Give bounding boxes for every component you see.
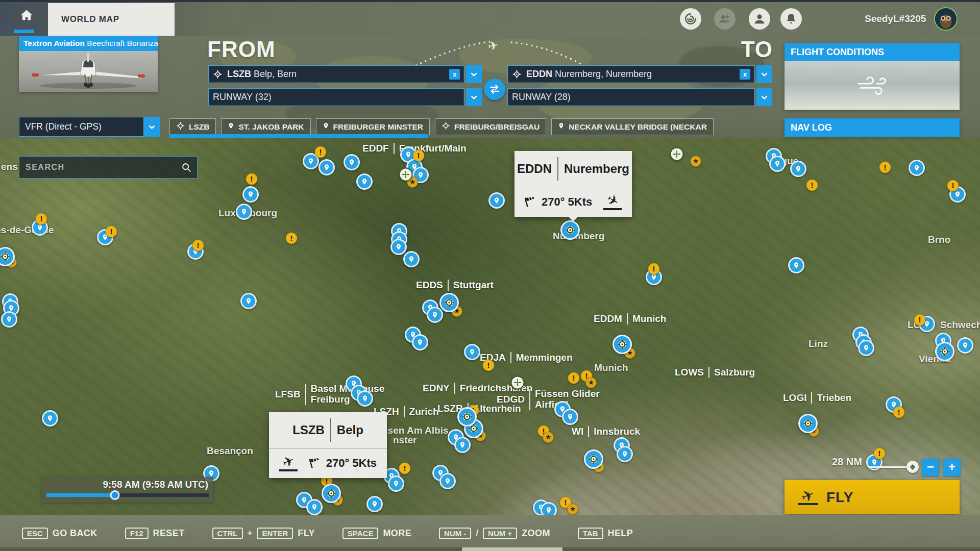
fly-button[interactable]: ✈ FLY [785,480,960,514]
from-airport-select[interactable]: LSZB Belp, Bern x [208,65,464,83]
map-pin-marker[interactable] [957,337,973,354]
map-pin-marker[interactable] [562,409,578,425]
bottom-scrollbar-thumb[interactable] [462,547,562,551]
airport-marker[interactable] [612,335,632,354]
star-marker[interactable]: ★ [690,156,701,167]
alert-marker[interactable]: ! [893,407,905,418]
map-pin-marker[interactable] [357,390,373,407]
from-runway-select[interactable]: RUNWAY (32) [208,88,464,106]
map-pin-marker[interactable] [344,154,360,170]
activities-icon[interactable] [680,8,701,30]
map-pin-marker[interactable] [388,475,404,492]
map-pin-marker[interactable] [242,186,259,203]
map-pin-marker[interactable] [788,257,804,273]
alert-marker[interactable]: ! [483,360,495,371]
to-airport-dropdown-button[interactable] [756,65,772,83]
poi-marker[interactable] [670,147,684,161]
poi-chip[interactable]: FREIBURGER MINSTER [316,118,430,135]
map-pin-marker[interactable] [790,161,806,177]
star-marker[interactable]: ★ [567,504,578,515]
map-pin-marker[interactable] [909,160,925,176]
airport-marker[interactable] [322,484,341,503]
poi-chip[interactable]: NECKAR VALLEY BRIDGE (NECKAR [551,118,714,135]
time-slider-thumb[interactable] [110,490,119,500]
flight-type-select[interactable]: VFR (Direct - GPS) [19,117,144,137]
airport-marker[interactable] [560,220,580,240]
to-runway-select[interactable]: RUNWAY (28) [507,88,755,106]
poi-chip[interactable]: ST. JAKOB PARK [221,118,310,135]
tab-world-map[interactable]: WORLD MAP [48,3,175,36]
poi-chip[interactable]: FREIBURG/BREISGAU [435,118,546,135]
to-airport-select[interactable]: EDDN Nuremberg, Nuremberg x [507,65,755,83]
profile-icon[interactable] [749,8,770,30]
map-pin-marker[interactable] [427,307,443,323]
alert-marker[interactable]: ! [246,173,258,185]
username[interactable]: SeedyL#3205 [865,13,926,24]
zoom-in-button[interactable]: + [943,459,961,476]
notifications-icon[interactable] [780,8,802,30]
to-runway-dropdown-button[interactable] [756,88,772,106]
alert-marker[interactable]: ! [914,314,926,326]
zoom-out-button[interactable]: − [922,459,939,476]
selected-aircraft-card[interactable]: Textron Aviation Beechcraft Bonanza G… [19,36,158,92]
airport-marker[interactable] [935,342,954,361]
from-runway-dropdown-button[interactable] [466,88,482,106]
avatar[interactable] [934,7,958,31]
alert-marker[interactable]: ! [947,180,959,192]
map-pin-marker[interactable] [318,159,335,176]
home-icon[interactable] [19,8,34,22]
map-search-box[interactable] [19,156,198,179]
airport-marker[interactable] [584,449,603,469]
poi-marker[interactable] [511,376,525,390]
alert-marker[interactable]: ! [413,150,425,162]
swap-from-to-button[interactable] [484,79,505,100]
arrival-airport-card[interactable]: EDDN Nuremberg 270° 5Kts ✈ [514,151,632,217]
alert-marker[interactable]: ! [315,146,327,158]
poi-marker[interactable] [399,168,413,182]
clear-from-button[interactable]: x [449,69,460,80]
poi-chip[interactable]: LSZB [169,118,216,135]
map-pin-marker[interactable] [412,334,428,350]
map-pin-marker[interactable] [240,293,257,309]
map-pin-marker[interactable] [488,192,505,209]
time-slider-track[interactable] [46,493,209,497]
map-pin-marker[interactable] [858,340,874,356]
star-marker[interactable]: ★ [543,432,554,443]
map-pin-marker[interactable] [306,499,323,515]
airport-marker[interactable] [457,407,477,427]
from-airport-dropdown-button[interactable] [466,65,482,83]
alert-marker[interactable]: ! [286,233,298,244]
alert-marker[interactable]: ! [36,213,47,225]
alert-marker[interactable]: ! [806,180,818,191]
airport-marker[interactable] [439,293,459,312]
departure-airport-card[interactable]: LSZB Belp ✈ 270° 5Kts [269,412,387,478]
alert-marker[interactable]: ! [106,226,117,238]
map-pin-marker[interactable] [617,446,633,462]
map-pin-marker[interactable] [236,204,252,220]
wind-info: 270° 5Kts [309,457,377,470]
flight-type-dropdown-button[interactable] [144,117,160,137]
map-pin-marker[interactable] [403,251,420,267]
map-pin-marker[interactable] [769,156,786,172]
alert-marker[interactable]: ! [648,263,660,275]
star-marker[interactable]: ★ [585,377,597,388]
clear-to-button[interactable]: x [740,69,750,80]
friends-icon[interactable] [714,8,736,30]
zoom-slider-knob[interactable] [906,461,919,473]
map-pin-marker[interactable] [454,437,471,453]
alert-marker[interactable]: ! [879,162,891,173]
search-input[interactable] [19,163,181,172]
map-pin-marker[interactable] [439,473,456,489]
flight-conditions-panel[interactable]: FLIGHT CONDITIONS [785,43,960,110]
nav-log-header[interactable]: NAV LOG [785,118,960,137]
airport-marker[interactable] [798,414,818,433]
map-pin-marker[interactable] [464,344,480,360]
map-pin-marker[interactable] [1,311,17,328]
map-pin-marker[interactable] [42,410,58,427]
alert-marker[interactable]: ! [399,463,411,474]
map-pin-marker[interactable] [390,239,407,255]
alert-marker[interactable]: ! [568,372,580,384]
map-pin-marker[interactable] [366,496,383,512]
alert-marker[interactable]: ! [192,240,204,252]
map-pin-marker[interactable] [356,173,373,190]
